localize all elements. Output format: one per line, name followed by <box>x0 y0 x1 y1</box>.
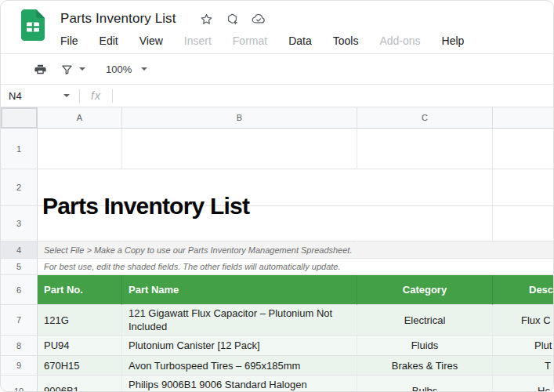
chevron-down-icon <box>79 67 85 71</box>
cell-category[interactable]: Fluids <box>357 336 493 356</box>
row-4: 4 Select File > Make a Copy to use our P… <box>1 241 554 259</box>
cell-category[interactable]: Bulbs <box>357 376 493 392</box>
note-text: Select File > Make a Copy to use our Par… <box>38 245 352 255</box>
cell-part-no[interactable]: 670H15 <box>38 356 122 376</box>
cell-part-no[interactable]: 121G <box>38 305 122 336</box>
name-box[interactable]: N4 <box>1 90 79 102</box>
cell-category[interactable]: Electrical <box>357 305 493 336</box>
cell-reference: N4 <box>9 90 22 102</box>
chevron-down-icon <box>141 67 147 71</box>
cell-description[interactable]: T <box>493 356 554 376</box>
cell-d1[interactable] <box>493 129 554 169</box>
table-row: 10 9006B1 Philips 9006B1 9006 Standard H… <box>1 376 554 392</box>
cell-c1[interactable] <box>357 129 493 169</box>
menu-file[interactable]: File <box>60 34 78 47</box>
row-header-6[interactable]: 6 <box>1 275 38 305</box>
row-header-4[interactable]: 4 <box>1 241 38 259</box>
titlebar-right: Parts Inventory List <box>60 8 464 51</box>
row-header-10[interactable]: 10 <box>1 376 38 392</box>
column-headers: A B C D <box>1 107 554 129</box>
sheets-logo-icon[interactable] <box>21 9 45 41</box>
table-row: 7 121G 121 Gigawatt Flux Capacitor – Plu… <box>1 305 554 336</box>
cell-description[interactable]: Flux C <box>493 305 554 336</box>
column-header-a[interactable]: A <box>38 107 122 129</box>
note-row-1[interactable]: Select File > Make a Copy to use our Par… <box>38 241 554 259</box>
row-header-9[interactable]: 9 <box>1 356 38 376</box>
menu-edit[interactable]: Edit <box>100 34 118 47</box>
fx-icon: fx <box>80 89 112 102</box>
column-header-b[interactable]: B <box>122 107 357 129</box>
cell-d3[interactable] <box>493 206 554 241</box>
note-row-2[interactable]: For best use, edit the shaded fields. Th… <box>38 259 554 275</box>
row-1: 1 <box>1 129 554 169</box>
cell-part-no[interactable]: PU94 <box>38 336 122 356</box>
cell-d2[interactable] <box>493 169 554 206</box>
badge-plus-icon[interactable] <box>226 12 240 26</box>
menu-tools[interactable]: Tools <box>333 34 359 47</box>
spreadsheet-window: Parts Inventory List <box>0 0 554 392</box>
table-row: 9 670H15 Avon Turbospeed Tires – 695x185… <box>1 356 554 376</box>
chevron-down-icon <box>63 94 70 97</box>
print-icon[interactable] <box>32 61 48 77</box>
row-header-3[interactable]: 3 <box>1 206 38 241</box>
formula-bar: N4 fx <box>1 85 553 107</box>
row-header-5[interactable]: 5 <box>1 259 38 275</box>
cell-part-name[interactable]: Philips 9006B1 9006 Standard Halogen Rep… <box>122 376 357 392</box>
cell-a1[interactable] <box>38 129 122 169</box>
menu-data[interactable]: Data <box>288 34 312 47</box>
row-header-1[interactable]: 1 <box>1 129 38 169</box>
menu-bar: File Edit View Insert Format Data Tools … <box>60 31 464 51</box>
document-title[interactable]: Parts Inventory List <box>60 11 176 27</box>
cell-c3[interactable] <box>357 206 493 241</box>
header-description[interactable]: Desc <box>493 275 554 305</box>
sheet-title: Parts Inventory List <box>42 193 249 220</box>
menu-help[interactable]: Help <box>442 34 465 47</box>
zoom-value: 100% <box>106 64 132 75</box>
menu-format: Format <box>233 34 267 47</box>
filter-control[interactable] <box>59 61 85 77</box>
column-header-c[interactable]: C <box>357 107 493 129</box>
toolbar: 100% <box>1 54 553 85</box>
cell-c2[interactable] <box>357 169 493 206</box>
cell-part-no[interactable]: 9006B1 <box>38 376 122 392</box>
header-part-no[interactable]: Part No. <box>38 275 122 305</box>
cell-description[interactable]: Hea <box>493 376 554 392</box>
document-actions <box>200 12 266 26</box>
cell-b1[interactable] <box>122 129 357 169</box>
menu-add-ons: Add-ons <box>379 34 420 47</box>
filter-icon <box>59 61 74 77</box>
header-part-name[interactable]: Part Name <box>122 275 357 305</box>
table-row: 8 PU94 Plutonium Canister [12 Pack] Flui… <box>1 336 554 356</box>
title-bar: Parts Inventory List <box>1 1 553 54</box>
cell-category[interactable]: Brakes & Tires <box>357 356 493 376</box>
formula-input[interactable] <box>113 85 553 107</box>
row-6-table-header: 6 Part No. Part Name Category Desc <box>1 275 554 305</box>
menu-insert: Insert <box>184 34 212 47</box>
menu-view[interactable]: View <box>139 34 163 47</box>
column-header-d[interactable]: D <box>493 107 554 129</box>
cell-part-name[interactable]: 121 Gigawatt Flux Capacitor – Plutonium … <box>122 305 357 336</box>
document-title-row: Parts Inventory List <box>60 8 464 30</box>
cell-part-name[interactable]: Avon Turbospeed Tires – 695x185mm <box>122 356 357 376</box>
star-icon[interactable] <box>200 12 214 26</box>
sheet-grid: A B C D 1 2 3 <box>1 107 554 392</box>
cloud-check-icon <box>252 12 266 26</box>
note-text: For best use, edit the shaded fields. Th… <box>38 262 341 271</box>
header-category[interactable]: Category <box>357 275 493 305</box>
cell-part-name[interactable]: Plutonium Canister [12 Pack] <box>122 336 357 356</box>
select-all-corner[interactable] <box>1 107 38 129</box>
row-5: 5 For best use, edit the shaded fields. … <box>1 259 554 275</box>
row-header-8[interactable]: 8 <box>1 336 38 356</box>
zoom-control[interactable]: 100% <box>106 64 147 75</box>
row-header-7[interactable]: 7 <box>1 305 38 336</box>
cell-description[interactable]: Plut <box>493 336 554 356</box>
row-header-2[interactable]: 2 <box>1 169 38 206</box>
